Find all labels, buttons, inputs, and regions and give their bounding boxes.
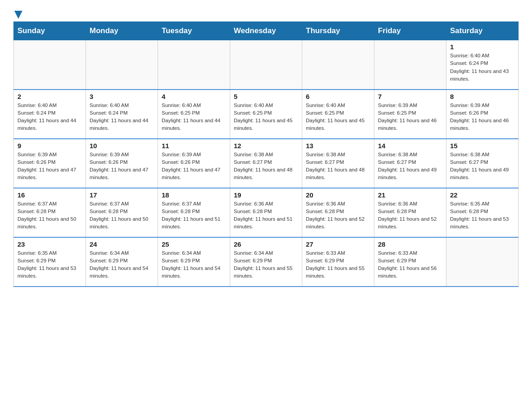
calendar-week-row: 16Sunrise: 6:37 AMSunset: 6:28 PMDayligh…: [14, 188, 519, 237]
day-number: 21: [378, 191, 442, 199]
day-number: 26: [234, 240, 298, 248]
day-number: 20: [306, 191, 370, 199]
table-row: [14, 40, 86, 90]
table-row: 1Sunrise: 6:40 AMSunset: 6:24 PMDaylight…: [446, 40, 519, 90]
table-row: 11Sunrise: 6:39 AMSunset: 6:26 PMDayligh…: [158, 139, 230, 188]
header-saturday: Saturday: [446, 22, 519, 40]
header-tuesday: Tuesday: [158, 22, 230, 40]
day-number: 13: [306, 142, 370, 150]
table-row: [374, 40, 446, 90]
day-number: 25: [162, 240, 226, 248]
table-row: 16Sunrise: 6:37 AMSunset: 6:28 PMDayligh…: [14, 188, 86, 237]
table-row: 21Sunrise: 6:36 AMSunset: 6:28 PMDayligh…: [374, 188, 446, 237]
day-number: 4: [162, 93, 226, 100]
calendar-week-row: 9Sunrise: 6:39 AMSunset: 6:26 PMDaylight…: [14, 139, 519, 188]
table-row: [302, 40, 374, 90]
day-number: 11: [162, 142, 226, 150]
page-header: [13, 9, 519, 17]
day-number: 9: [17, 142, 82, 150]
day-info: Sunrise: 6:33 AMSunset: 6:29 PMDaylight:…: [306, 249, 370, 280]
day-info: Sunrise: 6:38 AMSunset: 6:27 PMDaylight:…: [306, 151, 370, 182]
logo: [13, 9, 22, 17]
table-row: 23Sunrise: 6:35 AMSunset: 6:29 PMDayligh…: [14, 237, 86, 287]
table-row: 7Sunrise: 6:39 AMSunset: 6:25 PMDaylight…: [374, 90, 446, 139]
table-row: 22Sunrise: 6:35 AMSunset: 6:28 PMDayligh…: [446, 188, 519, 237]
day-info: Sunrise: 6:35 AMSunset: 6:29 PMDaylight:…: [17, 249, 82, 280]
table-row: 15Sunrise: 6:38 AMSunset: 6:27 PMDayligh…: [446, 139, 519, 188]
table-row: 3Sunrise: 6:40 AMSunset: 6:24 PMDaylight…: [86, 90, 158, 139]
day-number: 2: [17, 93, 82, 100]
day-info: Sunrise: 6:34 AMSunset: 6:29 PMDaylight:…: [90, 249, 154, 280]
day-number: 19: [234, 191, 298, 199]
day-info: Sunrise: 6:39 AMSunset: 6:26 PMDaylight:…: [90, 151, 154, 182]
logo-arrow-icon: [14, 11, 22, 19]
table-row: 17Sunrise: 6:37 AMSunset: 6:28 PMDayligh…: [86, 188, 158, 237]
table-row: 26Sunrise: 6:34 AMSunset: 6:29 PMDayligh…: [230, 237, 302, 287]
table-row: 14Sunrise: 6:38 AMSunset: 6:27 PMDayligh…: [374, 139, 446, 188]
day-info: Sunrise: 6:38 AMSunset: 6:27 PMDaylight:…: [378, 151, 442, 182]
day-number: 1: [450, 43, 515, 51]
table-row: 9Sunrise: 6:39 AMSunset: 6:26 PMDaylight…: [14, 139, 86, 188]
calendar-week-row: 1Sunrise: 6:40 AMSunset: 6:24 PMDaylight…: [14, 40, 519, 90]
day-info: Sunrise: 6:40 AMSunset: 6:24 PMDaylight:…: [90, 102, 154, 133]
table-row: [86, 40, 158, 90]
day-number: 8: [450, 93, 515, 100]
day-number: 15: [450, 142, 515, 150]
table-row: 4Sunrise: 6:40 AMSunset: 6:25 PMDaylight…: [158, 90, 230, 139]
day-number: 18: [162, 191, 226, 199]
table-row: 2Sunrise: 6:40 AMSunset: 6:24 PMDaylight…: [14, 90, 86, 139]
day-info: Sunrise: 6:39 AMSunset: 6:25 PMDaylight:…: [378, 102, 442, 133]
day-info: Sunrise: 6:36 AMSunset: 6:28 PMDaylight:…: [378, 200, 442, 231]
day-number: 28: [378, 240, 442, 248]
day-info: Sunrise: 6:37 AMSunset: 6:28 PMDaylight:…: [162, 200, 226, 231]
table-row: 13Sunrise: 6:38 AMSunset: 6:27 PMDayligh…: [302, 139, 374, 188]
header-thursday: Thursday: [302, 22, 374, 40]
table-row: 19Sunrise: 6:36 AMSunset: 6:28 PMDayligh…: [230, 188, 302, 237]
day-number: 16: [17, 191, 82, 199]
day-number: 12: [234, 142, 298, 150]
table-row: 5Sunrise: 6:40 AMSunset: 6:25 PMDaylight…: [230, 90, 302, 139]
table-row: 24Sunrise: 6:34 AMSunset: 6:29 PMDayligh…: [86, 237, 158, 287]
calendar-table: Sunday Monday Tuesday Wednesday Thursday…: [13, 21, 519, 287]
header-friday: Friday: [374, 22, 446, 40]
day-info: Sunrise: 6:33 AMSunset: 6:29 PMDaylight:…: [378, 249, 442, 280]
day-number: 7: [378, 93, 442, 100]
table-row: [158, 40, 230, 90]
table-row: 10Sunrise: 6:39 AMSunset: 6:26 PMDayligh…: [86, 139, 158, 188]
day-info: Sunrise: 6:37 AMSunset: 6:28 PMDaylight:…: [90, 200, 154, 231]
day-info: Sunrise: 6:35 AMSunset: 6:28 PMDaylight:…: [450, 200, 515, 231]
day-number: 3: [90, 93, 154, 100]
table-row: 25Sunrise: 6:34 AMSunset: 6:29 PMDayligh…: [158, 237, 230, 287]
day-number: 17: [90, 191, 154, 199]
day-info: Sunrise: 6:37 AMSunset: 6:28 PMDaylight:…: [17, 200, 82, 231]
day-info: Sunrise: 6:36 AMSunset: 6:28 PMDaylight:…: [306, 200, 370, 231]
day-info: Sunrise: 6:40 AMSunset: 6:25 PMDaylight:…: [306, 102, 370, 133]
table-row: 27Sunrise: 6:33 AMSunset: 6:29 PMDayligh…: [302, 237, 374, 287]
day-info: Sunrise: 6:34 AMSunset: 6:29 PMDaylight:…: [234, 249, 298, 280]
table-row: 12Sunrise: 6:38 AMSunset: 6:27 PMDayligh…: [230, 139, 302, 188]
day-info: Sunrise: 6:40 AMSunset: 6:24 PMDaylight:…: [450, 52, 515, 83]
table-row: 6Sunrise: 6:40 AMSunset: 6:25 PMDaylight…: [302, 90, 374, 139]
day-info: Sunrise: 6:34 AMSunset: 6:29 PMDaylight:…: [162, 249, 226, 280]
table-row: [446, 237, 519, 287]
day-number: 5: [234, 93, 298, 100]
day-info: Sunrise: 6:40 AMSunset: 6:25 PMDaylight:…: [162, 102, 226, 133]
day-info: Sunrise: 6:38 AMSunset: 6:27 PMDaylight:…: [234, 151, 298, 182]
day-number: 14: [378, 142, 442, 150]
day-number: 10: [90, 142, 154, 150]
day-info: Sunrise: 6:39 AMSunset: 6:26 PMDaylight:…: [162, 151, 226, 182]
table-row: 18Sunrise: 6:37 AMSunset: 6:28 PMDayligh…: [158, 188, 230, 237]
day-info: Sunrise: 6:40 AMSunset: 6:24 PMDaylight:…: [17, 102, 82, 133]
day-number: 23: [17, 240, 82, 248]
day-info: Sunrise: 6:38 AMSunset: 6:27 PMDaylight:…: [450, 151, 515, 182]
day-info: Sunrise: 6:40 AMSunset: 6:25 PMDaylight:…: [234, 102, 298, 133]
header-sunday: Sunday: [14, 22, 86, 40]
day-info: Sunrise: 6:36 AMSunset: 6:28 PMDaylight:…: [234, 200, 298, 231]
day-number: 24: [90, 240, 154, 248]
header-wednesday: Wednesday: [230, 22, 302, 40]
day-number: 6: [306, 93, 370, 100]
table-row: 20Sunrise: 6:36 AMSunset: 6:28 PMDayligh…: [302, 188, 374, 237]
header-monday: Monday: [86, 22, 158, 40]
day-info: Sunrise: 6:39 AMSunset: 6:26 PMDaylight:…: [17, 151, 82, 182]
weekday-header-row: Sunday Monday Tuesday Wednesday Thursday…: [14, 22, 519, 40]
